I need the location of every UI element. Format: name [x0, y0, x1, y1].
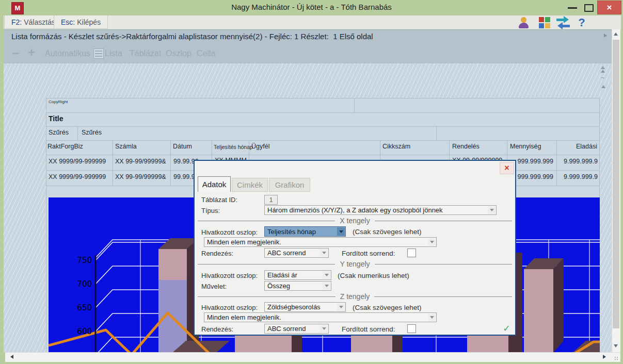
filter-cell[interactable]: Szűrés: [82, 129, 102, 136]
scroll-left-icon[interactable]: [10, 355, 13, 359]
z-ref-label: Hivatkozott oszlop:: [201, 304, 258, 311]
copyright-cell[interactable]: CopyRight: [49, 100, 68, 104]
x-ref-note: (Csak szöveges lehet): [353, 228, 422, 236]
z-reverse-label: Fordított sorrend:: [342, 325, 395, 333]
vertical-scrollbar-thumb[interactable]: [613, 40, 619, 328]
list-icon: [93, 48, 104, 59]
table-id-value[interactable]: 1: [264, 195, 278, 205]
transfer-button[interactable]: [554, 16, 572, 29]
grid-line: [46, 155, 600, 155]
apps-grid-icon: [539, 17, 550, 28]
x-reverse-checkbox[interactable]: [407, 249, 416, 257]
collapse-double-up-icon[interactable]: [601, 66, 605, 73]
table-cell[interactable]: XX 9999/99-999999: [49, 158, 106, 165]
z-reverse-checkbox[interactable]: [407, 324, 416, 333]
toolbar-item-lista[interactable]: Lista: [105, 49, 122, 58]
chevron-down-icon: [428, 313, 436, 321]
filter-cell[interactable]: Szűrés: [49, 129, 69, 136]
chevron-right-icon[interactable]: [604, 34, 607, 38]
toolbar-item-tablazat[interactable]: Táblázat: [130, 49, 161, 58]
col-header-cikkszam[interactable]: Cikkszám: [382, 143, 410, 150]
title-cell[interactable]: Title: [49, 114, 63, 123]
toolbar-item-oszlop[interactable]: Oszlop: [166, 49, 191, 58]
title-bar: M Nagy Machinátor - Új kötet - a - Tóth …: [0, 0, 623, 15]
z-ref-note: (Csak szöveges lehet): [353, 304, 422, 311]
table-cell[interactable]: 9.999.999.9: [557, 158, 598, 165]
col-header-szamla[interactable]: Számla: [115, 143, 137, 150]
table-cell[interactable]: XX 99-99/99999&: [115, 173, 166, 180]
x-reverse-label: Fordított sorrend:: [342, 250, 395, 257]
grid-line: [46, 140, 600, 141]
col-header-mennyiseg[interactable]: Mennyiség: [510, 143, 541, 150]
help-icon: ?: [578, 16, 585, 29]
confirm-check-button[interactable]: ✓: [503, 323, 510, 334]
toolbar-item-cella[interactable]: Cella: [197, 49, 215, 58]
collapse-up-icon[interactable]: [601, 85, 605, 88]
grid-line: [113, 140, 113, 186]
close-button[interactable]: ×: [597, 1, 621, 14]
minimize-button[interactable]: [568, 7, 577, 9]
x-ref-select[interactable]: Teljesítés hónap: [264, 226, 346, 237]
col-header-raktforgbiz[interactable]: RaktForgBiz: [47, 143, 83, 150]
scroll-right-icon[interactable]: [603, 355, 606, 359]
zoom-out-button[interactable]: –: [12, 45, 19, 60]
check-icon: ✓: [503, 323, 510, 334]
col-header-datum[interactable]: Dátum: [173, 143, 192, 150]
col-header-eladasi[interactable]: Eladási: [557, 143, 597, 150]
grid-line: [170, 140, 171, 186]
z-axis-separator: Z tengely: [198, 293, 512, 300]
y-axis-separator: Y tengely: [198, 260, 512, 268]
resize-grip-icon: [614, 356, 618, 360]
svg-text:650: 650: [77, 303, 92, 312]
table-cell[interactable]: XX 9999/99-999999: [49, 173, 106, 180]
x-filter-select[interactable]: Minden elem megjelenik.: [204, 237, 437, 247]
svg-text:700: 700: [77, 279, 92, 289]
chevron-down-icon: [323, 271, 330, 279]
table-cell[interactable]: 9.999.999.9: [557, 173, 598, 180]
chevron-down-icon: [428, 238, 436, 246]
x-sort-label: Rendezés:: [201, 250, 233, 257]
x-sort-select[interactable]: ABC sorrend: [264, 248, 329, 258]
chevron-down-icon: [488, 206, 496, 214]
zoom-in-button[interactable]: +: [28, 45, 35, 60]
grid-line: [46, 126, 600, 127]
tab-grafikon[interactable]: Grafikon: [269, 178, 310, 192]
horizontal-scrollbar[interactable]: [5, 352, 620, 362]
toolbar-item-automatikus[interactable]: Automatikus: [45, 49, 90, 58]
col-header-teljesites-honap[interactable]: Teljesítés hónap: [214, 144, 253, 150]
table-id-label: Táblázat ID:: [201, 196, 237, 204]
z-filter-select[interactable]: Minden elem megjelenik.: [204, 312, 437, 322]
chevron-down-icon: [337, 303, 345, 311]
chevron-down-icon: [320, 249, 328, 257]
transfer-arrows-icon: [556, 17, 570, 28]
modules-button[interactable]: [536, 16, 553, 29]
splitter-icon[interactable]: ~: [601, 74, 605, 81]
z-sort-select[interactable]: ABC sorrend: [264, 324, 329, 334]
col-header-rendeles[interactable]: Rendelés: [452, 143, 480, 150]
menu-tab-kilepes[interactable]: Esc: Kilépés: [54, 15, 108, 29]
scroll-down-icon[interactable]: [614, 344, 618, 348]
user-button[interactable]: [515, 16, 533, 29]
close-icon: ×: [504, 163, 509, 173]
help-button[interactable]: ?: [573, 16, 590, 29]
tab-adatok[interactable]: Adatok: [198, 176, 231, 192]
dialog-close-button[interactable]: ×: [500, 162, 514, 174]
tab-cimkek[interactable]: Cimkék: [232, 178, 268, 192]
close-icon: ×: [607, 3, 612, 13]
svg-text:600: 600: [77, 327, 92, 336]
x-ref-label: Hivatkozott oszlop:: [201, 228, 258, 236]
chevron-down-icon: [337, 227, 345, 236]
y-ref-label: Hivatkozott oszlop:: [201, 272, 258, 279]
col-header-ugyfel[interactable]: Ügyfél: [251, 143, 269, 150]
grid-line: [354, 98, 355, 112]
y-op-select[interactable]: Összeg: [264, 281, 331, 291]
grid-line: [436, 126, 437, 140]
z-ref-select[interactable]: Zöldségbesorolás: [264, 302, 346, 312]
maximize-button[interactable]: [584, 4, 594, 12]
y-ref-select[interactable]: Eladási ár: [264, 270, 331, 280]
tipus-select[interactable]: Három dimenziós (X/Y/Z), a Z adatok egy …: [264, 205, 497, 215]
table-cell[interactable]: XX 99-99/99999&: [115, 158, 166, 165]
scroll-up-icon[interactable]: [614, 32, 618, 36]
svg-text:750: 750: [77, 256, 92, 265]
chevron-down-icon: [323, 282, 330, 290]
